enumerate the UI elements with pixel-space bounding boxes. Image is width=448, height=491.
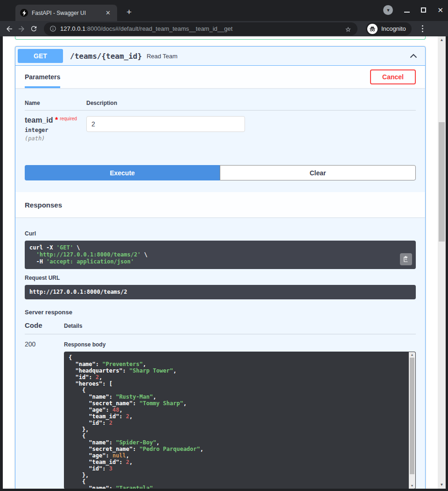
request-url-label: Request URL (25, 275, 416, 281)
execute-button[interactable]: Execute (25, 165, 220, 180)
responses-section-header: Responses (15, 192, 425, 217)
url-bar[interactable]: 127.0.0.1:8000/docs#/default/read_team_t… (44, 22, 357, 35)
required-label: required (60, 116, 77, 121)
minimize-button[interactable] (404, 12, 410, 13)
page-scroll-up-icon[interactable]: ▲ (438, 37, 446, 43)
copy-to-clipboard-button[interactable] (400, 253, 412, 265)
curl-label: Curl (25, 230, 416, 237)
description-column-header: Description (86, 100, 117, 106)
forward-icon[interactable] (17, 24, 26, 34)
browser-menu-icon[interactable] (419, 25, 426, 32)
responses-content: Curl curl -X 'GET' \ 'http://127.0.0.1:8… (15, 217, 425, 489)
page-scrollbar[interactable]: ▲ ▼ (438, 36, 446, 489)
fastapi-favicon-icon (20, 9, 28, 17)
incognito-badge: Incognito (366, 22, 412, 35)
page-scroll-down-icon[interactable]: ▼ (438, 482, 446, 488)
server-response-label: Server response (25, 309, 416, 316)
response-scrollbar-thumb[interactable] (410, 358, 414, 474)
name-column-header: Name (25, 100, 86, 106)
collapse-chevron-up-icon[interactable] (410, 54, 417, 58)
parameter-name: team_id *required (25, 116, 86, 124)
required-asterisk: * (55, 116, 58, 124)
tab-parameters[interactable]: Parameters (25, 66, 60, 88)
url-text[interactable]: 127.0.0.1:8000/docs#/default/read_team_t… (60, 25, 341, 32)
bookmark-star-icon[interactable] (344, 25, 352, 33)
opblock-summary-description: Read Team (147, 53, 177, 60)
incognito-icon (367, 24, 378, 34)
execute-button-group: Execute Clear (15, 156, 425, 192)
curl-command[interactable]: curl -X 'GET' \ 'http://127.0.0.1:8000/t… (25, 241, 416, 269)
clear-button[interactable]: Clear (220, 165, 416, 180)
parameters-table: Name Description team_id *required integ… (15, 88, 425, 156)
browser-toolbar: 127.0.0.1:8000/docs#/default/read_team_t… (0, 21, 448, 36)
opblock-path: /teams/{team_id} (70, 52, 142, 61)
page-scrollbar-thumb[interactable] (439, 122, 445, 242)
response-body-scrollbar[interactable]: ▲ ▼ (409, 352, 415, 489)
responses-title: Responses (25, 201, 62, 209)
method-badge: GET (18, 49, 63, 63)
page: GET /teams/{team_id} Read Team Parameter… (3, 36, 446, 489)
parameter-type: integer (25, 127, 86, 133)
team-id-input[interactable] (86, 116, 245, 132)
parameter-name-cell: team_id *required integer (path) (25, 116, 86, 142)
url-host: 127.0.0.1 (60, 25, 85, 32)
status-code: 200 (25, 340, 64, 489)
code-column-header: Code (25, 321, 64, 329)
parameter-description-cell (86, 116, 245, 142)
swagger-content: GET /teams/{team_id} Read Team Parameter… (3, 36, 438, 489)
parameters-section-header: Parameters Cancel (15, 66, 425, 88)
incognito-label: Incognito (381, 25, 406, 32)
response-body-label: Response body (64, 341, 416, 348)
details-column-header: Details (64, 323, 82, 329)
parameters-table-headers: Name Description (25, 100, 416, 111)
scroll-down-icon[interactable]: ▼ (409, 483, 415, 489)
new-tab-button[interactable]: + (124, 6, 134, 18)
parameter-location: (path) (25, 135, 86, 142)
close-window-button[interactable]: ✕ (437, 7, 443, 14)
previous-opblock-bottom (15, 36, 426, 40)
tab-title: FastAPI - Swagger UI (32, 10, 100, 16)
request-url-value: http://127.0.0.1:8000/teams/2 (25, 285, 416, 299)
tab-strip: FastAPI - Swagger UI ✕ + ▼ ✕ (0, 0, 448, 21)
server-response-table-headers: Code Details (25, 321, 416, 334)
server-response-row: 200 Response body { "name": "Preventers"… (25, 334, 416, 489)
back-icon[interactable] (5, 24, 14, 34)
opblock-get-teams-team-id: GET /teams/{team_id} Read Team Parameter… (15, 46, 426, 489)
close-tab-icon[interactable]: ✕ (104, 9, 112, 17)
browser-tab[interactable]: FastAPI - Swagger UI ✕ (15, 5, 117, 21)
parameter-row-team-id: team_id *required integer (path) (25, 111, 416, 142)
url-path: :8000/docs#/default/read_team_teams__tea… (85, 25, 232, 32)
reload-icon[interactable] (29, 24, 38, 34)
browser-update-icon[interactable]: ▼ (383, 5, 393, 15)
maximize-button[interactable] (421, 7, 426, 13)
opblock-summary[interactable]: GET /teams/{team_id} Read Team (15, 47, 425, 66)
scroll-up-icon[interactable]: ▲ (409, 352, 415, 358)
response-body[interactable]: { "name": "Preventers", "headquarters": … (64, 352, 416, 489)
cancel-button[interactable]: Cancel (370, 69, 416, 84)
site-info-icon[interactable] (49, 25, 56, 32)
